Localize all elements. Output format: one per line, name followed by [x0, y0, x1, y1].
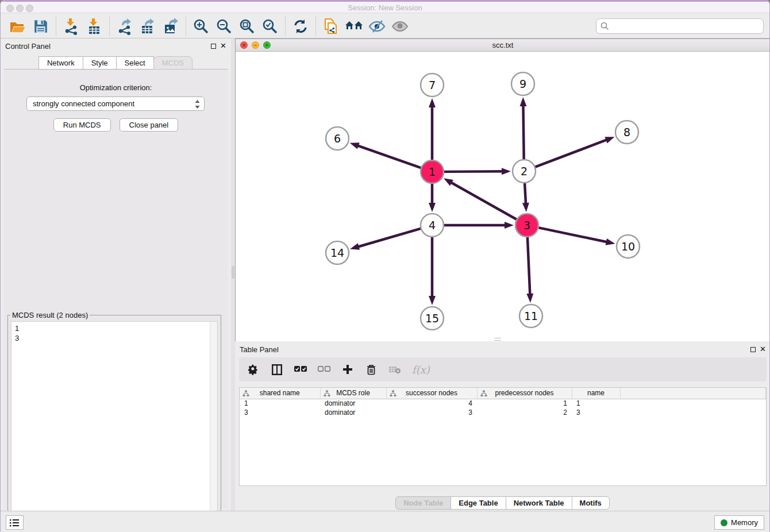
- tab-select[interactable]: Select: [116, 56, 154, 70]
- tree-icon: [480, 390, 487, 397]
- mcds-result-title: MCDS result (2 nodes): [10, 311, 90, 319]
- table-row[interactable]: 3dominator323: [240, 408, 766, 417]
- cell-shared-name[interactable]: 3: [240, 408, 320, 417]
- tab-node-table[interactable]: Node Table: [395, 496, 451, 510]
- edge-arrow-icon[interactable]: [350, 243, 360, 250]
- node-table-grid: shared nameMCDS rolesuccessor nodesprede…: [240, 388, 766, 417]
- edge-arrow-icon[interactable]: [429, 203, 436, 212]
- function-builder-icon: f(x): [412, 364, 430, 376]
- column-header-predecessor-nodes[interactable]: predecessor nodes: [477, 388, 572, 399]
- export-network-icon[interactable]: [113, 16, 136, 37]
- zoom-fit-icon[interactable]: [236, 16, 259, 37]
- column-header-MCDS-role[interactable]: MCDS role: [320, 388, 386, 399]
- tab-motifs[interactable]: Motifs: [572, 496, 610, 510]
- edge-arrow-icon[interactable]: [429, 98, 436, 107]
- cell-successor-nodes[interactable]: 4: [386, 399, 477, 408]
- add-column-icon[interactable]: [341, 363, 354, 376]
- edge-1-2[interactable]: [444, 171, 504, 172]
- criterion-select[interactable]: strongly connected component: [26, 97, 205, 111]
- edge-3-1[interactable]: [449, 182, 517, 219]
- open-session-icon[interactable]: [6, 16, 29, 37]
- tab-network-table[interactable]: Network Table: [506, 496, 572, 510]
- cell-shared-name[interactable]: 1: [240, 399, 320, 408]
- mcds-tab-content: Optimization criterion: strongly connect…: [4, 69, 228, 508]
- zoom-in-icon[interactable]: [190, 16, 213, 37]
- edge-4-14[interactable]: [357, 229, 421, 248]
- memory-button[interactable]: Memory: [714, 515, 764, 530]
- mcds-result-textarea[interactable]: 1 3: [11, 321, 218, 527]
- column-header-shared-name[interactable]: shared name: [240, 388, 320, 399]
- edge-arrow-icon[interactable]: [520, 97, 527, 106]
- first-neighbors-icon[interactable]: [342, 16, 365, 37]
- splitter-grip-icon[interactable]: [232, 266, 234, 279]
- duplicate-network-icon[interactable]: [319, 16, 342, 37]
- edge-2-9[interactable]: [523, 104, 523, 160]
- column-header-successor-nodes[interactable]: successor nodes: [386, 388, 477, 399]
- tab-edge-table[interactable]: Edge Table: [451, 496, 506, 510]
- edge-3-10[interactable]: [538, 228, 609, 242]
- cell-successor-nodes[interactable]: 3: [386, 408, 477, 417]
- status-bar: Memory: [1, 511, 769, 532]
- node-label-14: 14: [330, 246, 344, 259]
- cell-name[interactable]: 3: [572, 408, 620, 417]
- edge-arrow-icon[interactable]: [522, 203, 529, 212]
- select-stepper-icon: [194, 99, 201, 109]
- edge-arrow-icon[interactable]: [429, 296, 436, 305]
- edge-1-6[interactable]: [356, 145, 421, 168]
- edge-arrow-icon[interactable]: [526, 294, 533, 303]
- search-icon: [600, 22, 609, 30]
- float-table-panel-icon[interactable]: [750, 347, 756, 352]
- table-row[interactable]: 1dominator411: [240, 399, 766, 408]
- tab-mcds[interactable]: MCDS: [153, 56, 192, 70]
- refresh-icon[interactable]: [289, 16, 312, 37]
- close-panel-button[interactable]: Close panel: [120, 118, 179, 132]
- close-table-panel-icon[interactable]: ✕: [760, 345, 766, 353]
- table-panel: Table Panel ✕: [235, 342, 770, 511]
- edge-2-8[interactable]: [535, 139, 609, 167]
- optimization-criterion-label: Optimization criterion:: [4, 83, 228, 92]
- columns-icon[interactable]: [271, 363, 283, 376]
- edge-arrow-icon[interactable]: [606, 238, 615, 245]
- import-network-icon[interactable]: [60, 16, 83, 37]
- cell-MCDS-role[interactable]: dominator: [320, 408, 386, 417]
- edge-arrow-icon[interactable]: [350, 142, 360, 149]
- select-all-icon[interactable]: [294, 363, 307, 376]
- hide-selected-icon[interactable]: [365, 16, 388, 37]
- cell-MCDS-role[interactable]: dominator: [320, 399, 386, 408]
- canvas-resize-grip[interactable]: [494, 338, 501, 341]
- edge-arrow-icon[interactable]: [605, 137, 614, 143]
- edge-2-3[interactable]: [525, 183, 526, 205]
- export-image-icon[interactable]: [159, 16, 182, 37]
- edge-3-11[interactable]: [528, 237, 530, 296]
- gear-icon[interactable]: [247, 363, 260, 376]
- import-table-icon[interactable]: [83, 16, 106, 37]
- task-history-button[interactable]: [6, 515, 24, 530]
- tab-style[interactable]: Style: [83, 56, 117, 70]
- network-graph[interactable]: 7968124314101511: [236, 52, 770, 341]
- show-all-icon[interactable]: [388, 16, 411, 37]
- cell-predecessor-nodes[interactable]: 1: [477, 399, 572, 408]
- search-input[interactable]: [596, 18, 764, 34]
- cell-predecessor-nodes[interactable]: 2: [477, 408, 572, 417]
- export-table-icon[interactable]: [136, 16, 159, 37]
- panel-splitter[interactable]: [231, 39, 235, 511]
- delete-column-icon[interactable]: [365, 363, 378, 376]
- result-scrollbar[interactable]: [210, 322, 217, 526]
- tree-icon: [390, 390, 396, 397]
- zoom-selected-icon[interactable]: [259, 16, 282, 37]
- deselect-all-icon[interactable]: [318, 363, 330, 376]
- node-label-8: 8: [623, 126, 630, 138]
- edge-arrow-icon[interactable]: [502, 168, 511, 175]
- network-canvas[interactable]: 7968124314101511: [236, 52, 770, 341]
- zoom-out-icon[interactable]: [213, 16, 236, 37]
- float-panel-icon[interactable]: [211, 44, 216, 49]
- run-mcds-button[interactable]: Run MCDS: [53, 118, 111, 132]
- cell-name[interactable]: 1: [572, 399, 620, 408]
- close-panel-icon[interactable]: ✕: [220, 41, 226, 50]
- save-session-icon[interactable]: [29, 16, 52, 37]
- edge-arrow-icon[interactable]: [505, 222, 514, 229]
- edge-arrow-icon[interactable]: [444, 178, 453, 186]
- column-header-name[interactable]: name: [572, 388, 620, 399]
- tab-network[interactable]: Network: [38, 56, 83, 70]
- memory-label: Memory: [731, 518, 758, 527]
